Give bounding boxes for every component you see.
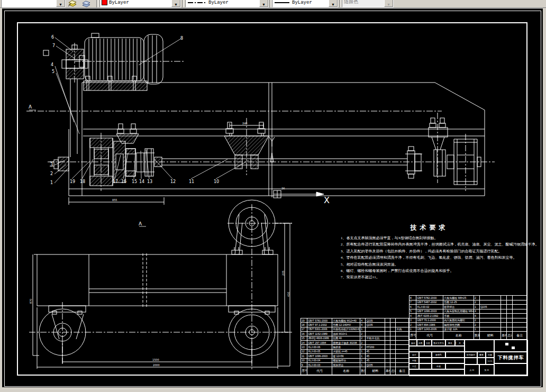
bom-row: 8GB/T 5782-2000六角头螺栓 M8×252 — [410, 296, 527, 300]
bom-row: 7GB/T 5487-2002垫圈 12-252 — [410, 300, 527, 305]
svg-text:870: 870 — [29, 298, 32, 304]
bom-row: 13XLJ-00-06轴承座2HT200 — [301, 345, 409, 349]
technical-requirements: 技术要求 1、各支点支承轴顶面必须平直，与X型钢结合面刮研接触。2、所有配合件进… — [341, 223, 518, 281]
bom-row: 18GB/T 97.1-2002垫圈 12-140HV4Q235 — [301, 323, 409, 327]
color-value: ByLayer — [107, 0, 130, 7]
linetype-control-dropdown[interactable]: ByLayer ▼ — [185, 0, 269, 7]
svg-text:A: A — [139, 221, 142, 226]
toolbar-separator — [96, 0, 98, 7]
svg-text:11: 11 — [189, 179, 194, 184]
svg-text:10: 10 — [214, 179, 219, 184]
linetype-value: ByLayer — [207, 0, 230, 7]
bom-row: 17YB/T 5301-2006外购电动机(Y132M2-6)1外购 — [301, 327, 409, 331]
svg-text:X: X — [324, 195, 330, 205]
bom-row: 5GB/T 1096-2003六角头铰制孔用螺栓 M6×204 — [410, 309, 527, 314]
callout-labels: 6 7 4 5 8 3 2 1 19 18 17 16 15 14 13 12 … — [29, 35, 330, 226]
svg-text:19: 19 — [70, 179, 75, 184]
toolbar-separator — [182, 0, 184, 7]
layers-stack-icon — [81, 0, 91, 7]
tech-req-line: 4、零件在装配前必须清理和清洗干净，不得有毛刺、飞边、氧化皮、锈蚀、切屑、油污、… — [341, 254, 518, 261]
bom-header-row: 序号代号名称数量材料单件总计备注 — [410, 332, 527, 340]
sheets-no: 第 张 — [479, 364, 495, 376]
svg-text:4: 4 — [51, 62, 53, 67]
bom-row: 10XLJ-00-04螺旋轴焊合145 — [301, 358, 409, 362]
svg-text:1500: 1500 — [152, 358, 159, 361]
layer-dropdown[interactable]: ▼ — [1, 0, 66, 7]
bom-row: 6XLJ-00-02链罩焊合1Q235 — [410, 305, 527, 309]
bom-table-right: 8GB/T 5782-2000六角头螺栓 M8×2527GB/T 5487-20… — [409, 295, 527, 340]
cad-application-window: { "toolbar": { "color": {"value": "ByLay… — [0, 0, 546, 392]
tech-req-line: 6、螺钉、螺栓和螺母紧固时，严禁打击或使用不合适的旋具和扳手。 — [341, 268, 518, 274]
tech-req-line: 5、相对运动件配合面须涂润滑油。 — [341, 261, 518, 268]
drawing-canvas[interactable]: 6 7 4 5 8 3 2 1 19 18 17 16 15 14 13 12 … — [2, 8, 543, 387]
tech-req-line: 3、进入装配的零件及部件（包括外购件、外协件），均必须具有检验部门的合格证方能进… — [341, 248, 518, 254]
plot-style-value: 随颜色 — [342, 0, 359, 7]
svg-text:7: 7 — [52, 43, 55, 48]
color-control-dropdown[interactable]: ByLayer ▼ — [99, 0, 181, 7]
bom-row: 1GB/T 1243-2006滚子链 12A1 — [410, 327, 527, 332]
svg-text:1: 1 — [50, 180, 53, 185]
drawing-title: 下料搅拌车 — [494, 351, 528, 364]
bom-row: 11GB/T 1096-2003键 12×56145 — [301, 354, 409, 358]
plot-style-arrow-icon: ▼ — [384, 0, 393, 7]
svg-text:2: 2 — [50, 171, 53, 176]
linetype-pattern-icon — [188, 2, 206, 4]
bom-row: 15JB/ZQ 4606-1986毡圈 402半粗羊毛毡 — [301, 336, 409, 340]
svg-text:2000: 2000 — [153, 363, 160, 367]
svg-text:410: 410 — [287, 291, 290, 297]
layer-current-icon — [68, 0, 77, 7]
bom-row: 19GB/T 5781-2000六角头螺栓 M12×404Q235 — [301, 318, 409, 323]
tech-req-title: 技术要求 — [341, 223, 518, 232]
linetype-dropdown-arrow-icon[interactable]: ▼ — [259, 0, 268, 7]
tech-req-line: 1、各支点支承轴顶面必须平直，与X型钢结合面刮研接触。 — [341, 235, 518, 241]
lineweight-control-dropdown[interactable]: ByLayer ▼ — [272, 0, 338, 7]
svg-text:13: 13 — [147, 179, 152, 184]
svg-text:15: 15 — [132, 179, 137, 184]
svg-text:6: 6 — [51, 35, 54, 40]
svg-text:17: 17 — [113, 179, 118, 184]
lineweight-dropdown-arrow-icon[interactable]: ▼ — [329, 0, 338, 7]
bom-row: 12XLJ-00-05大链轮 z=45145 — [301, 349, 409, 353]
svg-text:12: 12 — [170, 179, 176, 184]
stamp-mark — [505, 343, 508, 345]
lineweight-value: ByLayer — [290, 0, 313, 7]
stamp-mark — [512, 347, 515, 349]
bom-row: 2GB/T 894-1986轴用弹性挡圈2 — [410, 323, 527, 327]
svg-text:18: 18 — [80, 179, 85, 184]
bom-row: 4JB/T 4205-2-1992手柄4 — [410, 314, 527, 318]
bom-row: 16GB/T 1152-1989油杯 M10×12 — [301, 332, 409, 336]
svg-text:14: 14 — [139, 179, 144, 184]
title-block: 标记 处数 分区 更改文件号 签名 年、月、日 设计 标准化 审核 工艺 批准 … — [409, 340, 527, 375]
datum-axis-symbol — [274, 190, 324, 198]
plot-style-dropdown: 随颜色 ▼ — [342, 0, 394, 7]
current-color-swatch — [102, 0, 107, 5]
svg-text:5: 5 — [52, 69, 54, 74]
sheets-total: 共 张 — [464, 364, 480, 376]
make-object-layer-current-button[interactable] — [67, 0, 78, 7]
bom-row: 3GB/T 70.1-2000内六角圆柱头螺钉2 — [410, 318, 527, 323]
svg-text:205: 205 — [281, 270, 285, 276]
svg-text:855: 855 — [112, 198, 117, 202]
toolbar-separator — [339, 0, 341, 7]
color-dropdown-arrow-icon[interactable]: ▼ — [171, 0, 180, 7]
svg-text:16: 16 — [121, 179, 126, 184]
properties-toolbar: ▼ ByLayer ▼ ByLayer ▼ ByLayer ▼ — [0, 0, 546, 8]
layer-previous-button[interactable] — [80, 0, 92, 7]
bottom-cart-view — [29, 200, 292, 371]
svg-text:3: 3 — [50, 162, 53, 167]
drawing-number-box — [494, 363, 528, 376]
bom-header-row: 序号代号名称数量材料单件总计备注 — [301, 367, 409, 375]
svg-text:A: A — [29, 104, 32, 110]
svg-text:8: 8 — [180, 36, 183, 41]
lineweight-pattern-icon — [275, 2, 289, 4]
toolbar-separator — [269, 0, 271, 7]
bom-table-left: 19GB/T 5781-2000六角头螺栓 M12×404Q23518GB/T … — [301, 318, 409, 375]
tech-req-line: 2、所有配合件进行装配前应将铸件内外表面冲洗干净，丝绸擦拭洁净，机壳底、油底、灰… — [341, 241, 518, 248]
layer-dropdown-arrow-icon[interactable]: ▼ — [56, 0, 65, 7]
tech-req-line: 7、安装误差不超过±1。 — [341, 274, 518, 280]
svg-text:26: 26 — [281, 187, 285, 190]
bom-row: 9XLJ-00-03筒体焊合1Q235 — [301, 362, 409, 367]
bom-row: 14GB/T 297-1994圆锥滚子轴承 302082 — [301, 340, 409, 344]
upper-assembly-view — [26, 33, 495, 205]
svg-text:240: 240 — [242, 122, 248, 125]
